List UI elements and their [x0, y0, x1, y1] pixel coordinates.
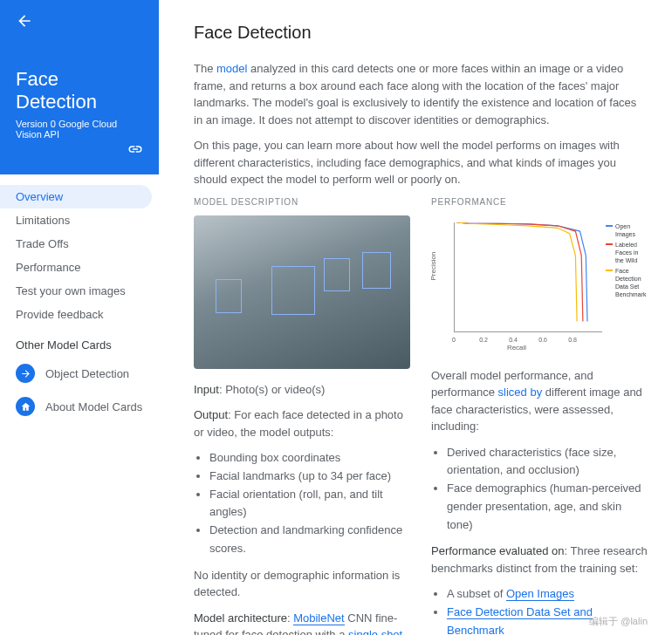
face-box: [362, 252, 390, 289]
input-line: Input: Photo(s) or video(s): [194, 381, 410, 399]
legend-entry: Open Images: [606, 222, 648, 238]
other-cards-list: Object DetectionAbout Model Cards: [0, 357, 159, 423]
no-identity-line: No identity or demographic information i…: [194, 567, 410, 601]
nav-item-test-your-own-images[interactable]: Test your own images: [0, 279, 152, 303]
list-item: Detection and landmarking confidence sco…: [209, 522, 410, 558]
nav-item-overview[interactable]: Overview: [0, 185, 152, 208]
list-item: Bounding box coordinates: [209, 449, 410, 468]
sample-image: [194, 215, 410, 369]
sidebar: Face Detection Version 0 Google Cloud Vi…: [0, 0, 159, 635]
mobilenet-link[interactable]: MobileNet: [293, 611, 345, 625]
hero-title: Face Detection: [16, 68, 143, 113]
page-title: Face Detection: [194, 23, 648, 43]
face-box: [271, 266, 315, 315]
home-icon: [16, 397, 35, 416]
chart-xlabel: Recall: [431, 344, 602, 352]
intro-paragraph-1: The model analyzed in this card detects …: [194, 60, 648, 128]
model-link[interactable]: model: [216, 62, 247, 75]
nav-item-trade-offs[interactable]: Trade Offs: [0, 232, 152, 256]
list-item: Face demographics (human-perceived gende…: [447, 480, 648, 534]
intro-paragraph-2: On this page, you can learn more about h…: [194, 137, 648, 188]
performance-column: PERFORMANCE Open ImagesLabeled Faces in …: [431, 197, 648, 636]
intro-block: The model analyzed in this card detects …: [194, 60, 648, 188]
model-description-column: MODEL DESCRIPTION Input: Photo(s) or vid…: [194, 197, 410, 636]
overall-perf-line: Overall model performance, and performan…: [431, 367, 648, 435]
performance-heading: PERFORMANCE: [431, 197, 648, 207]
nav-item-performance[interactable]: Performance: [0, 256, 152, 279]
face-box: [216, 279, 242, 313]
hero-subtitle: Version 0 Google Cloud Vision API: [16, 119, 143, 140]
legend-entry: Labeled Faces in the Wild: [606, 241, 648, 264]
chart-curves: [454, 222, 602, 332]
eval-on-line: Performance evaluated on: Three research…: [431, 543, 648, 577]
arrow-icon: [16, 364, 35, 383]
nav-item-provide-feedback[interactable]: Provide feedback: [0, 303, 152, 326]
face-box: [324, 258, 350, 292]
legend-entry: Face Detection Data Set Benchmark: [606, 267, 648, 298]
benchmark-link[interactable]: Face Detection Data Set and Benchmark: [447, 605, 593, 635]
output-line: Output: For each face detected in a phot…: [194, 406, 410, 440]
perf-characteristics-list: Derived characteristics (face size, orie…: [431, 444, 648, 535]
other-cards-header: Other Model Cards: [0, 326, 159, 357]
list-item: Facial landmarks (up to 34 per face): [209, 468, 410, 486]
list-item: A subset of Open Images: [447, 585, 648, 604]
list-item: Derived characteristics (face size, orie…: [447, 444, 648, 481]
benchmark-link[interactable]: Open Images: [506, 587, 574, 601]
hero-panel: Face Detection Version 0 Google Cloud Vi…: [0, 0, 159, 174]
chart-legend: Open ImagesLabeled Faces in the WildFace…: [606, 222, 648, 302]
pr-chart: Open ImagesLabeled Faces in the WildFace…: [431, 215, 648, 355]
other-card-object-detection[interactable]: Object Detection: [0, 357, 159, 390]
link-icon[interactable]: [127, 141, 143, 157]
back-arrow-icon[interactable]: [16, 12, 33, 30]
chart-ylabel: Precision: [429, 251, 437, 280]
nav-list: OverviewLimitationsTrade OffsPerformance…: [0, 174, 159, 326]
list-item: Facial orientation (roll, pan, and tilt …: [209, 486, 410, 522]
output-bullets: Bounding box coordinatesFacial landmarks…: [194, 449, 410, 558]
other-card-about-model-cards[interactable]: About Model Cards: [0, 390, 159, 423]
model-description-heading: MODEL DESCRIPTION: [194, 197, 410, 207]
main-content: Face Detection The model analyzed in thi…: [159, 0, 672, 635]
architecture-line: Model architecture: MobileNet CNN fine-t…: [194, 610, 410, 635]
watermark: 编辑于 @lalin: [589, 615, 648, 628]
nav-item-limitations[interactable]: Limitations: [0, 208, 152, 232]
sliced-by-link[interactable]: sliced by: [498, 386, 543, 399]
